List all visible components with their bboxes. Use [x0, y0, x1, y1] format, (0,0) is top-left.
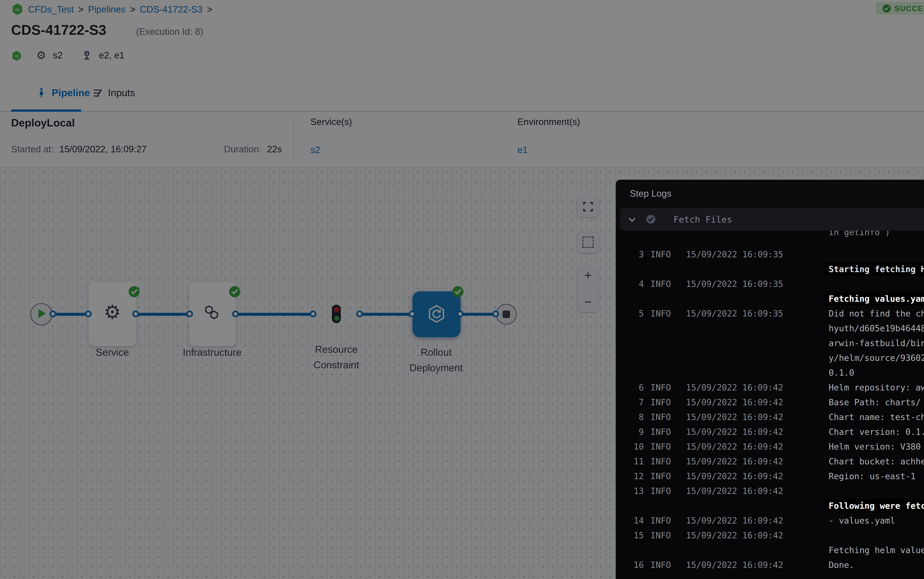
log-line-number	[625, 543, 644, 558]
log-line-number: 4	[625, 276, 644, 291]
log-row: 10 INFO 15/09/2022 16:09:42 Helm version…	[616, 439, 924, 454]
log-message: - values.yaml	[829, 513, 924, 528]
log-timestamp	[686, 262, 784, 276]
log-level: INFO	[650, 306, 677, 380]
log-row: Fetching helm values completed successfu…	[616, 543, 924, 558]
step-logs-drawer: Step Logs Console View Fetch Files ↑	[616, 180, 924, 579]
log-row: 5 INFO 15/09/2022 16:09:35 Did not find …	[616, 306, 924, 380]
log-timestamp: 15/09/2022 16:09:42	[686, 424, 784, 439]
log-message: Fetching values.yaml from helm chart rep…	[829, 291, 924, 306]
log-line-number: 6	[625, 380, 644, 395]
chevron-down-icon[interactable]	[628, 215, 637, 224]
log-line-number: 16	[625, 558, 644, 572]
log-line-number	[625, 499, 644, 513]
log-timestamp	[686, 499, 784, 513]
log-level: INFO	[650, 410, 677, 424]
step-success-icon	[646, 214, 656, 224]
log-level: INFO	[650, 528, 677, 543]
log-rows[interactable]: in getInfo ) 3 INFO 15/09/2022 16:09:35 …	[616, 231, 924, 579]
log-row: 8 INFO 15/09/2022 16:09:42 Chart name: t…	[616, 410, 924, 424]
log-level: INFO	[650, 484, 677, 499]
log-timestamp: 15/09/2022 16:09:42	[686, 469, 784, 484]
log-message: Region: us-east-1	[829, 469, 924, 484]
log-level: INFO	[650, 276, 677, 291]
log-message: Fetching helm values completed successfu…	[829, 543, 924, 558]
log-timestamp: 15/09/2022 16:09:42	[686, 454, 784, 469]
log-timestamp: 15/09/2022 16:09:35	[686, 276, 784, 291]
log-line-number: 9	[625, 424, 644, 439]
log-message: Chart bucket: achhelmbucket	[829, 454, 924, 469]
log-row: Fetching values.yaml from helm chart rep…	[616, 291, 924, 306]
log-level: INFO	[650, 513, 677, 528]
log-message: Did not find the chart and version in lo…	[829, 306, 924, 380]
log-timestamp: 15/09/2022 16:09:42	[686, 484, 784, 499]
log-row: 4 INFO 15/09/2022 16:09:35	[616, 276, 924, 291]
log-message: Chart name: test-chart	[829, 410, 924, 424]
log-row: Following were fetched successfully :	[616, 499, 924, 513]
step-row[interactable]: Fetch Files ↑ ↓ 9s	[620, 208, 924, 231]
log-message: Done.	[829, 558, 924, 572]
log-message: Chart version: 0.1.0	[829, 424, 924, 439]
log-timestamp: 15/09/2022 16:09:42	[686, 395, 784, 410]
log-timestamp: 15/09/2022 16:09:35	[686, 306, 784, 380]
log-row: 6 INFO 15/09/2022 16:09:42 Helm reposito…	[616, 380, 924, 395]
log-message	[829, 247, 924, 262]
log-line-number: 14	[625, 513, 644, 528]
log-row: 15 INFO 15/09/2022 16:09:42	[616, 528, 924, 543]
step-logs-header: Step Logs Console View	[616, 180, 924, 207]
log-level: INFO	[650, 247, 677, 262]
log-message: in getInfo )	[829, 231, 924, 240]
log-level: INFO	[650, 439, 677, 454]
log-timestamp: 15/09/2022 16:09:42	[686, 558, 784, 572]
log-level: INFO	[650, 380, 677, 395]
log-row: Starting fetching Helm values	[616, 262, 924, 276]
log-message	[829, 484, 924, 499]
log-message: Base Path: charts/	[829, 395, 924, 410]
log-timestamp: 15/09/2022 16:09:42	[686, 380, 784, 395]
log-level	[650, 231, 677, 240]
log-message	[829, 276, 924, 291]
log-line-number: 15	[625, 528, 644, 543]
log-row: 9 INFO 15/09/2022 16:09:42 Chart version…	[616, 424, 924, 439]
log-timestamp	[686, 543, 784, 558]
log-row: 14 INFO 15/09/2022 16:09:42 - values.yam…	[616, 513, 924, 528]
log-timestamp	[686, 231, 784, 240]
log-timestamp: 15/09/2022 16:09:35	[686, 247, 784, 262]
step-name: Fetch Files	[673, 214, 732, 224]
log-row: 7 INFO 15/09/2022 16:09:42 Base Path: ch…	[616, 395, 924, 410]
log-timestamp: 15/09/2022 16:09:42	[686, 528, 784, 543]
step-logs-title: Step Logs	[630, 188, 671, 198]
log-row: 3 INFO 15/09/2022 16:09:35	[616, 247, 924, 262]
log-line-number	[625, 291, 644, 306]
log-level: INFO	[650, 469, 677, 484]
log-level: INFO	[650, 454, 677, 469]
log-level	[650, 262, 677, 276]
log-timestamp: 15/09/2022 16:09:42	[686, 410, 784, 424]
log-message: Starting fetching Helm values	[829, 262, 924, 276]
log-level: INFO	[650, 424, 677, 439]
log-row: in getInfo )	[616, 231, 924, 240]
log-row: 16 INFO 15/09/2022 16:09:42 Done.	[616, 558, 924, 572]
log-row: 11 INFO 15/09/2022 16:09:42 Chart bucket…	[616, 454, 924, 469]
log-line-number: 13	[625, 484, 644, 499]
log-level	[650, 543, 677, 558]
log-line-number: 11	[625, 454, 644, 469]
log-line-number: 5	[625, 306, 644, 380]
log-timestamp: 15/09/2022 16:09:42	[686, 513, 784, 528]
log-line-number: 12	[625, 469, 644, 484]
log-level	[650, 499, 677, 513]
log-line-number	[625, 231, 644, 240]
log-row: 12 INFO 15/09/2022 16:09:42 Region: us-e…	[616, 469, 924, 484]
log-row: 13 INFO 15/09/2022 16:09:42	[616, 484, 924, 499]
log-level	[650, 291, 677, 306]
log-message: Helm repository: aws-qa-setup-modified	[829, 380, 924, 395]
log-line-number	[625, 262, 644, 276]
log-message	[829, 528, 924, 543]
log-level: INFO	[650, 395, 677, 410]
log-line-number: 7	[625, 395, 644, 410]
log-line-number: 10	[625, 439, 644, 454]
log-line-number: 3	[625, 247, 644, 262]
log-message: Following were fetched successfully :	[829, 499, 924, 513]
log-message: Helm version: V380	[829, 439, 924, 454]
harness-execution-page: ∞ CFDs_Test > Pipelines > CDS-41722-S3 >…	[0, 0, 924, 579]
